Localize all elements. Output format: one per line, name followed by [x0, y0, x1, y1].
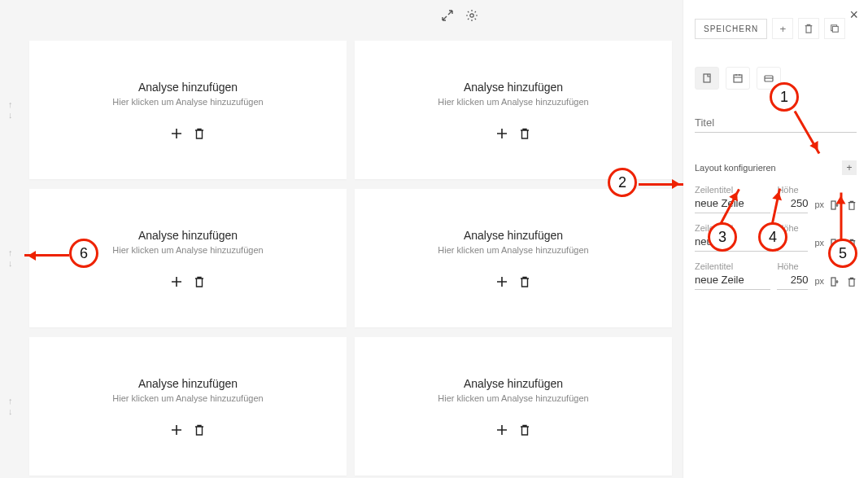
add-icon[interactable] — [496, 276, 508, 287]
row-height-input[interactable] — [777, 271, 808, 290]
add-icon[interactable] — [171, 424, 182, 436]
row-reorder[interactable]: ↑↓ — [8, 248, 13, 268]
side-tabs — [695, 67, 857, 90]
layout-grid: ↑↓ Analyse hinzufügen Hier klicken um An… — [29, 41, 672, 476]
row-title-label: Zeilentitel — [695, 223, 770, 233]
row-reorder[interactable]: ↑↓ — [8, 397, 13, 416]
tab-page-icon[interactable] — [695, 67, 719, 90]
row-config: Zeilentitel Höhe px — [695, 223, 857, 252]
card-subtitle: Hier klicken um Analyse hinzuzufügen — [112, 393, 263, 403]
add-icon[interactable] — [171, 128, 182, 139]
svg-rect-6 — [831, 239, 835, 248]
row-config: Zeilentitel Höhe px — [695, 261, 857, 290]
card-subtitle: Hier klicken um Analyse hinzuzufügen — [112, 97, 263, 107]
arrow-up-icon[interactable]: ↑ — [8, 397, 13, 406]
copy-button[interactable] — [824, 18, 845, 39]
row-title-label: Zeilentitel — [695, 261, 770, 271]
title-input[interactable] — [695, 114, 857, 133]
svg-rect-1 — [833, 26, 839, 32]
arrow-up-icon[interactable]: ↑ — [8, 248, 13, 257]
layout-row: ↑↓ Analyse hinzufügen Hier klicken um An… — [29, 41, 672, 179]
layout-config-label: Layout konfigurieren — [695, 163, 776, 173]
add-button[interactable]: + — [772, 18, 793, 39]
svg-rect-5 — [831, 201, 835, 209]
row-height-unit: px — [814, 276, 824, 290]
arrow-up-icon[interactable]: ↑ — [8, 100, 13, 109]
add-icon[interactable] — [496, 128, 508, 139]
card-subtitle: Hier klicken um Analyse hinzuzufügen — [438, 245, 588, 255]
add-analysis-card[interactable]: Analyse hinzufügen Hier klicken um Analy… — [29, 189, 347, 327]
add-analysis-card[interactable]: Analyse hinzufügen Hier klicken um Analy… — [29, 337, 347, 476]
tab-card-icon[interactable] — [757, 67, 781, 90]
add-column-icon[interactable] — [831, 238, 840, 252]
card-subtitle: Hier klicken um Analyse hinzuzufügen — [438, 97, 588, 107]
row-height-unit: px — [814, 238, 824, 252]
layout-row: ↑↓ Analyse hinzufügen Hier klicken um An… — [29, 337, 672, 476]
row-height-input[interactable] — [777, 233, 808, 252]
add-column-icon[interactable] — [831, 276, 840, 290]
card-title: Analyse hinzufügen — [464, 81, 563, 94]
trash-icon[interactable] — [519, 128, 530, 140]
delete-row-icon[interactable] — [847, 200, 857, 213]
row-height-unit: px — [814, 200, 824, 213]
close-icon[interactable]: × — [849, 7, 858, 24]
card-title: Analyse hinzufügen — [464, 229, 563, 242]
card-title: Analyse hinzufügen — [464, 377, 563, 390]
row-title-input[interactable] — [695, 271, 770, 290]
svg-rect-7 — [831, 278, 835, 286]
trash-icon[interactable] — [194, 424, 205, 436]
save-button[interactable]: SPEICHERN — [695, 19, 767, 39]
add-analysis-card[interactable]: Analyse hinzufügen Hier klicken um Analy… — [355, 337, 672, 476]
tab-calendar-icon[interactable] — [726, 67, 750, 90]
svg-point-0 — [470, 14, 473, 17]
canvas: ↑↓ Analyse hinzufügen Hier klicken um An… — [0, 0, 683, 478]
card-title: Analyse hinzufügen — [138, 81, 238, 94]
add-icon[interactable] — [171, 276, 182, 287]
row-height-label: Höhe — [777, 261, 808, 271]
trash-icon[interactable] — [519, 276, 530, 288]
row-title-input[interactable] — [695, 233, 770, 252]
row-height-label: Höhe — [777, 223, 808, 233]
arrow-down-icon[interactable]: ↓ — [8, 259, 13, 268]
add-icon[interactable] — [496, 424, 508, 436]
svg-rect-2 — [704, 74, 710, 82]
trash-icon[interactable] — [194, 276, 205, 288]
arrow-down-icon[interactable]: ↓ — [8, 407, 13, 416]
card-subtitle: Hier klicken um Analyse hinzuzufügen — [438, 393, 588, 403]
card-title: Analyse hinzufügen — [138, 229, 238, 242]
card-title: Analyse hinzufügen — [138, 377, 238, 390]
card-subtitle: Hier klicken um Analyse hinzuzufügen — [112, 245, 263, 255]
trash-icon[interactable] — [194, 128, 205, 140]
row-reorder[interactable]: ↑↓ — [8, 100, 13, 120]
svg-rect-3 — [734, 75, 742, 82]
arrow-down-icon[interactable]: ↓ — [8, 111, 13, 120]
add-analysis-card[interactable]: Analyse hinzufügen Hier klicken um Analy… — [29, 41, 347, 179]
gear-icon[interactable] — [463, 7, 481, 24]
layout-row: ↑↓ Analyse hinzufügen Hier klicken um An… — [29, 189, 672, 327]
delete-row-icon[interactable] — [847, 239, 857, 252]
delete-row-icon[interactable] — [847, 277, 857, 290]
add-analysis-card[interactable]: Analyse hinzufügen Hier klicken um Analy… — [355, 189, 672, 327]
expand-icon[interactable] — [438, 7, 456, 24]
delete-button[interactable] — [798, 18, 819, 39]
add-row-button[interactable]: + — [842, 160, 857, 175]
add-analysis-card[interactable]: Analyse hinzufügen Hier klicken um Analy… — [355, 41, 672, 179]
trash-icon[interactable] — [519, 424, 530, 436]
